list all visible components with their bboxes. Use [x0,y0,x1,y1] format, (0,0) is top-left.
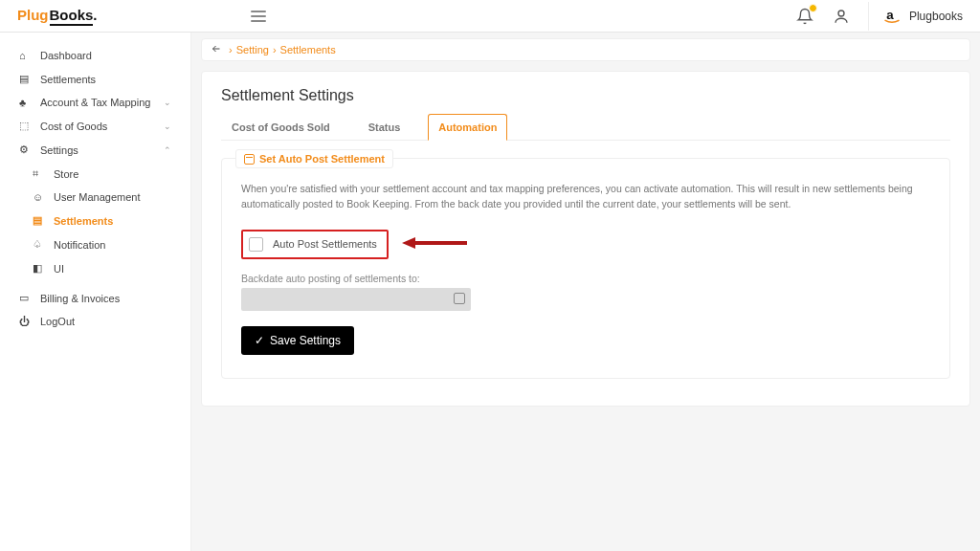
sidebar-item-label: Account & Tax Mapping [40,97,150,108]
breadcrumb-sep: › [273,44,277,55]
tab-automation[interactable]: Automation [428,114,507,141]
breadcrumb-root[interactable]: Setting [236,44,269,55]
main-content: › Setting › Settlements Settlement Setti… [191,33,980,551]
list-icon: ▤ [33,214,46,227]
calendar-icon [454,293,465,304]
sidebar-item-settings[interactable]: ⚙Settings⌃ [0,138,190,162]
sidebar-item-account-tax[interactable]: ♣Account & Tax Mapping⌄ [0,91,190,114]
sidebar-item-ui[interactable]: ◧UI [0,256,190,280]
auto-post-checkbox-highlight: Auto Post Settlements [241,230,389,259]
svg-marker-3 [402,237,415,249]
section-description: When you're satisfied with your settleme… [241,182,930,212]
tree-icon: ♣ [19,97,33,108]
svg-text:a: a [886,7,894,21]
sidebar-item-label: Dashboard [40,50,92,61]
tab-status[interactable]: Status [358,114,412,140]
tab-cost-of-goods[interactable]: Cost of Goods Sold [221,114,341,140]
section-label: Set Auto Post Settlement [235,149,393,168]
sidebar-item-store[interactable]: ⌗Store [0,162,190,186]
ui-icon: ◧ [33,262,46,275]
sidebar-item-label: User Management [54,191,141,203]
sidebar-item-label: Settlements [54,215,113,227]
sidebar-item-logout[interactable]: ⏻LogOut [0,310,190,333]
topbar: PlugBooks. a Plugbooks [0,0,980,33]
checkbox-label: Auto Post Settlements [273,238,377,250]
breadcrumb-current[interactable]: Settlements [280,44,336,55]
logo[interactable]: PlugBooks. [17,7,98,26]
logo-part2: Books [50,7,94,26]
chevron-down-icon: ⌄ [164,121,171,131]
sidebar-item-user-management[interactable]: ☺User Management [0,186,190,209]
user-profile-icon[interactable] [832,7,851,26]
backdate-label: Backdate auto posting of settlements to: [241,273,930,284]
gear-icon: ⚙ [19,143,33,156]
sidebar-item-billing[interactable]: ▭Billing & Invoices [0,286,190,310]
section-title-text: Set Auto Post Settlement [259,153,385,165]
dashboard-icon: ⌂ [19,50,33,61]
auto-post-checkbox[interactable] [249,237,263,252]
page-title: Settlement Settings [221,87,950,104]
card-icon: ▭ [19,292,33,304]
amazon-icon: a [882,7,902,26]
notification-bell-icon[interactable] [795,7,814,26]
store-icon: ⌗ [33,167,46,180]
save-button-label: Save Settings [270,334,341,347]
sidebar-item-label: Settlements [40,74,96,85]
save-settings-button[interactable]: ✓ Save Settings [241,326,354,355]
sidebar-item-dashboard[interactable]: ⌂Dashboard [0,44,190,67]
connected-account[interactable]: a Plugbooks [882,7,963,26]
sidebar-item-label: Store [54,168,78,180]
annotation-arrow-icon [402,235,469,253]
automation-section: Set Auto Post Settlement When you're sat… [221,158,950,379]
tabs: Cost of Goods Sold Status Automation [221,114,950,141]
sidebar-item-label: Settings [40,144,78,156]
sidebar-item-label: Billing & Invoices [40,293,120,304]
sidebar-item-settlements-settings[interactable]: ▤Settlements [0,209,190,232]
sidebar-item-settlements[interactable]: ▤Settlements [0,67,190,91]
power-icon: ⏻ [19,316,33,327]
sidebar: ⌂Dashboard ▤Settlements ♣Account & Tax M… [0,33,191,551]
sidebar-item-label: Notification [54,239,105,251]
logo-part1: Plug [17,7,49,23]
check-icon: ✓ [255,334,264,347]
breadcrumb-sep: › [229,44,233,55]
svg-point-0 [838,11,844,16]
users-icon: ☺ [33,191,46,203]
sidebar-item-label: UI [54,263,64,275]
sidebar-item-notification[interactable]: ♤Notification [0,232,190,256]
notification-badge [809,4,817,12]
hamburger-icon[interactable] [251,11,266,22]
box-icon: ⬚ [19,120,33,132]
divider [868,2,869,31]
account-name: Plugbooks [909,10,963,23]
sidebar-item-label: LogOut [40,316,75,327]
settings-panel: Settlement Settings Cost of Goods Sold S… [201,71,970,407]
list-icon: ▤ [19,73,33,85]
breadcrumb: › Setting › Settlements [201,38,970,61]
bell-icon: ♤ [33,238,46,251]
chevron-up-icon: ⌃ [164,145,171,155]
sidebar-item-label: Cost of Goods [40,121,107,132]
calendar-icon [244,154,255,165]
sidebar-item-cost-of-goods[interactable]: ⬚Cost of Goods⌄ [0,114,190,138]
backdate-input[interactable] [241,288,471,311]
chevron-down-icon: ⌄ [164,98,171,107]
back-arrow-icon[interactable] [210,43,225,56]
